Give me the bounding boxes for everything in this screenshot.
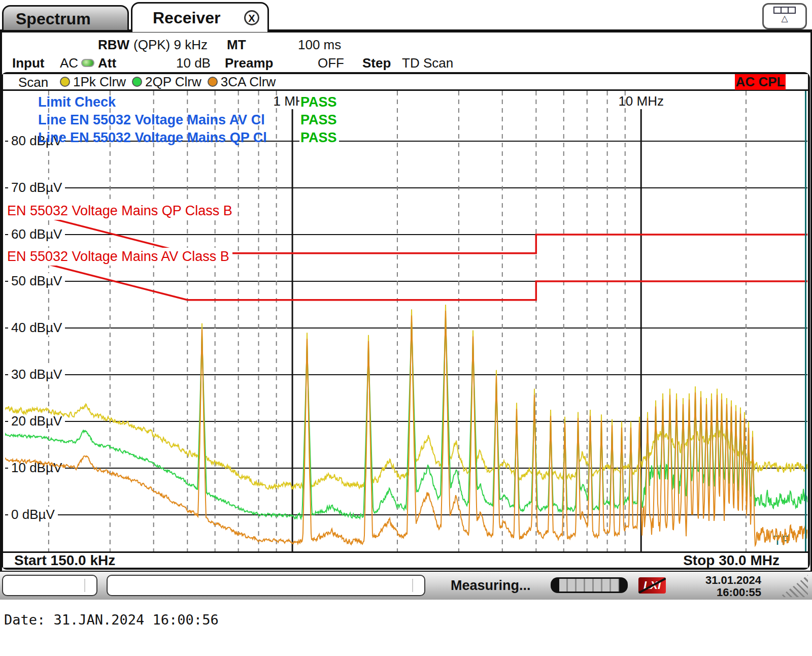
ac-coupling-badge: AC CPL [735,74,786,90]
tab-receiver[interactable]: Receiver X [131,2,269,32]
att-label: Att [98,55,116,71]
scan-position-marker-label: TF [773,533,790,548]
limit-check-row: Line EN 55032 Voltage Mains QP Cl [38,130,300,146]
limit-check-row: Limit Check [38,94,300,110]
input-label: Input [12,55,45,71]
limit-check-status: PASS [299,130,339,146]
softkey-field-main[interactable] [107,575,425,596]
y-axis-label: 0 dBµV [8,507,58,522]
trace-color-dot-icon [208,77,218,87]
y-axis-label: 40 dBµV [8,320,65,336]
status-time: 16:00:55 [705,586,761,599]
chart-grid [5,91,807,551]
y-axis-label: 30 dBµV [8,367,65,382]
legend-item-1[interactable]: 1Pk Clrw [60,74,126,90]
toolbar-menu-button[interactable]: △ [762,3,807,29]
legend-label: 2QP Clrw [145,74,201,90]
softkey-field-left[interactable] [2,575,97,596]
measurement-progress-bar [551,577,628,593]
tab-spectrum[interactable]: Spectrum [2,5,129,30]
triangle-icon: △ [764,15,805,23]
limit-check-status: PASS [299,94,339,110]
scan-label: Scan [18,75,48,90]
y-axis-label: 60 dBµV [8,226,65,242]
input-led-icon [81,59,94,67]
att-value[interactable]: 10 dB [176,55,211,71]
scan-header-row: Scan 1Pk Clrw2QP Clrw3CA Clrw [3,74,808,91]
frequency-axis-row: Start 150.0 kHz Stop 30.0 MHz [3,551,808,568]
start-frequency[interactable]: Start 150.0 kHz [14,553,115,568]
step-label: Step [362,55,391,71]
legend-label: 1Pk Clrw [73,74,126,90]
tab-receiver-label: Receiver [153,9,220,27]
toolbar-icon [773,7,796,14]
footer-date-line: Date: 31.JAN.2024 16:00:56 [4,612,219,628]
preamp-label: Preamp [225,55,273,71]
x-axis-marker-label: 10 MHz [611,93,671,109]
status-bar: Measuring... LXI 31.01.2024 16:00:55 [0,571,812,600]
limit-line-label: EN 55032 Voltage Mains QP Class B [4,202,235,220]
status-date: 31.01.2024 [705,574,761,586]
measuring-status: Measuring... [451,578,531,594]
legend-item-2[interactable]: 2QP Clrw [132,74,201,90]
preamp-value[interactable]: OFF [318,55,344,71]
mt-value[interactable]: 100 ms [298,37,341,53]
status-datetime: 31.01.2024 16:00:55 [705,574,761,599]
lxi-logo: LXI [638,577,666,594]
limit-check-status: PASS [299,112,339,128]
y-axis-label: 70 dBµV [8,180,65,195]
limit-check-row: Line EN 55032 Voltage Mains AV Cl [38,112,300,128]
y-axis-label: 10 dBµV [8,460,65,476]
mt-label: MT [227,37,246,53]
resize-grip[interactable] [780,575,808,597]
rbw-value[interactable]: (QPK) 9 kHz [133,37,208,53]
tab-spectrum-label: Spectrum [16,10,91,28]
legend-label: 3CA Clrw [221,74,276,90]
trace-color-dot-icon [132,77,142,87]
input-value[interactable]: AC [60,55,78,71]
trace-legend: 1Pk Clrw2QP Clrw3CA Clrw [60,74,282,89]
y-axis-label: 20 dBµV [8,413,65,429]
stop-frequency[interactable]: Stop 30.0 MHz [683,553,780,568]
rbw-label: RBW [98,37,129,53]
step-value[interactable]: TD Scan [402,55,453,71]
trace-color-dot-icon [60,77,70,87]
close-tab-icon[interactable]: X [244,10,259,25]
limit-line-label: EN 55032 Voltage Mains AV Class B [4,248,232,266]
y-axis-label: 50 dBµV [8,273,65,289]
legend-item-3[interactable]: 3CA Clrw [208,74,276,90]
